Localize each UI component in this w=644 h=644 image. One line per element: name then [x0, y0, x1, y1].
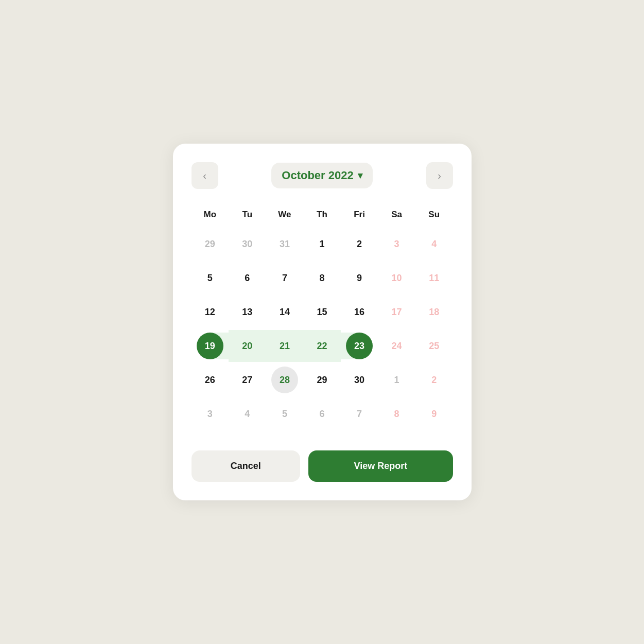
day-number: 2: [346, 231, 373, 257]
day-number: 25: [421, 333, 447, 359]
day-cell[interactable]: 2: [341, 228, 378, 260]
day-number: 30: [346, 367, 373, 393]
day-cell[interactable]: 29: [192, 228, 229, 260]
day-cell[interactable]: 2: [415, 364, 453, 396]
weekday-label: Su: [415, 205, 453, 224]
day-number: 9: [346, 265, 373, 291]
day-cell[interactable]: 29: [303, 364, 341, 396]
day-number: 18: [421, 299, 447, 325]
day-number: 19: [197, 333, 223, 359]
prev-month-button[interactable]: ‹: [192, 162, 218, 189]
day-cell[interactable]: 3: [378, 228, 415, 260]
day-cell[interactable]: 7: [266, 262, 304, 294]
next-icon: ›: [438, 170, 441, 182]
day-cell[interactable]: 1: [303, 228, 341, 260]
day-number: 24: [384, 333, 410, 359]
month-selector-button[interactable]: October 2022 ▾: [271, 163, 372, 188]
day-number: 9: [421, 401, 447, 427]
day-number: 10: [384, 265, 410, 291]
day-number: 27: [234, 367, 260, 393]
day-number: 22: [308, 333, 335, 359]
day-cell[interactable]: 16: [341, 296, 378, 328]
day-number: 8: [384, 401, 410, 427]
day-number: 14: [271, 299, 298, 325]
day-cell[interactable]: 27: [229, 364, 266, 396]
day-cell[interactable]: 8: [378, 398, 415, 430]
day-cell[interactable]: 4: [229, 398, 266, 430]
day-cell[interactable]: 19: [192, 330, 229, 362]
day-cell[interactable]: 30: [341, 364, 378, 396]
day-cell[interactable]: 23: [341, 330, 378, 362]
day-number: 1: [384, 367, 410, 393]
month-year-label: October 2022: [282, 169, 353, 182]
day-number: 4: [421, 231, 447, 257]
calendar-header: ‹ October 2022 ▾ ›: [192, 162, 453, 189]
day-number: 16: [346, 299, 373, 325]
day-cell[interactable]: 31: [266, 228, 304, 260]
day-number: 21: [271, 333, 298, 359]
day-cell[interactable]: 6: [303, 398, 341, 430]
day-cell[interactable]: 22: [303, 330, 341, 362]
day-number: 12: [197, 299, 223, 325]
weekday-label: Fri: [341, 205, 378, 224]
cancel-button[interactable]: Cancel: [192, 450, 301, 482]
days-grid: 2930311234567891011121314151617181920212…: [192, 228, 453, 430]
day-number: 30: [234, 231, 260, 257]
day-number: 1: [308, 231, 335, 257]
day-cell[interactable]: 3: [192, 398, 229, 430]
day-cell[interactable]: 28: [266, 364, 304, 396]
day-number: 7: [271, 265, 298, 291]
weekday-label: Th: [303, 205, 341, 224]
prev-icon: ‹: [203, 170, 206, 182]
day-cell[interactable]: 30: [229, 228, 266, 260]
footer-buttons: Cancel View Report: [192, 450, 453, 482]
day-number: 28: [271, 367, 298, 393]
day-cell[interactable]: 12: [192, 296, 229, 328]
day-number: 7: [346, 401, 373, 427]
day-cell[interactable]: 20: [229, 330, 266, 362]
day-cell[interactable]: 1: [378, 364, 415, 396]
day-number: 29: [197, 231, 223, 257]
weekday-label: Tu: [229, 205, 266, 224]
day-number: 8: [308, 265, 335, 291]
day-cell[interactable]: 9: [341, 262, 378, 294]
day-number: 2: [421, 367, 447, 393]
calendar-card: ‹ October 2022 ▾ › MoTuWeThFriSaSu 29303…: [173, 144, 472, 500]
day-cell[interactable]: 8: [303, 262, 341, 294]
day-cell[interactable]: 4: [415, 228, 453, 260]
day-number: 23: [346, 333, 373, 359]
day-cell[interactable]: 26: [192, 364, 229, 396]
day-cell[interactable]: 5: [266, 398, 304, 430]
day-number: 3: [384, 231, 410, 257]
view-report-button[interactable]: View Report: [308, 450, 452, 482]
day-cell[interactable]: 7: [341, 398, 378, 430]
day-number: 13: [234, 299, 260, 325]
weekday-label: We: [266, 205, 304, 224]
day-cell[interactable]: 14: [266, 296, 304, 328]
day-cell[interactable]: 9: [415, 398, 453, 430]
day-number: 31: [271, 231, 298, 257]
weekday-label: Sa: [378, 205, 415, 224]
day-cell[interactable]: 13: [229, 296, 266, 328]
day-number: 26: [197, 367, 223, 393]
day-number: 6: [308, 401, 335, 427]
day-number: 5: [197, 265, 223, 291]
day-cell[interactable]: 5: [192, 262, 229, 294]
weekday-labels: MoTuWeThFriSaSu: [192, 205, 453, 224]
day-cell[interactable]: 17: [378, 296, 415, 328]
day-number: 20: [234, 333, 260, 359]
day-number: 11: [421, 265, 447, 291]
day-cell[interactable]: 6: [229, 262, 266, 294]
day-cell[interactable]: 10: [378, 262, 415, 294]
chevron-down-icon: ▾: [358, 170, 362, 181]
day-cell[interactable]: 11: [415, 262, 453, 294]
day-number: 17: [384, 299, 410, 325]
day-cell[interactable]: 25: [415, 330, 453, 362]
next-month-button[interactable]: ›: [426, 162, 453, 189]
day-number: 3: [197, 401, 223, 427]
day-cell[interactable]: 24: [378, 330, 415, 362]
day-cell[interactable]: 21: [266, 330, 304, 362]
day-cell[interactable]: 18: [415, 296, 453, 328]
weekday-label: Mo: [192, 205, 229, 224]
day-cell[interactable]: 15: [303, 296, 341, 328]
